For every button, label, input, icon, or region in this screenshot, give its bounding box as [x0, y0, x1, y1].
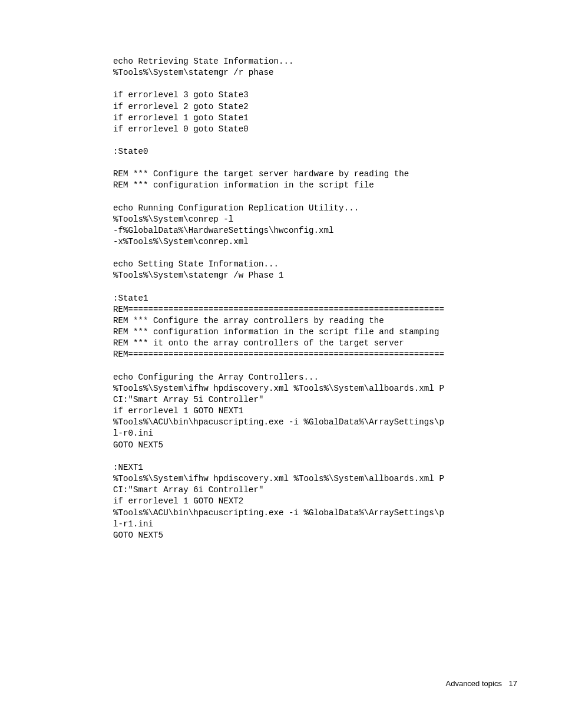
code-line: %Tools%\System\statemgr /r phase	[113, 67, 449, 78]
blank-line	[113, 451, 449, 462]
code-line: %Tools%\ACU\bin\hpacuscripting.exe -i %G…	[113, 508, 449, 530]
code-line: echo Setting State Information...	[113, 259, 449, 270]
code-line: %Tools%\ACU\bin\hpacuscripting.exe -i %G…	[113, 417, 449, 439]
footer-page-number: 17	[509, 679, 517, 688]
code-line: if errorlevel 1 GOTO NEXT2	[113, 496, 449, 507]
blank-line	[113, 361, 449, 372]
blank-line	[113, 192, 449, 203]
code-line: REM *** Configure the target server hard…	[113, 169, 449, 180]
code-line: REM *** Configure the array controllers …	[113, 315, 449, 327]
code-line: %Tools%\System\statemgr /w Phase 1	[113, 270, 449, 281]
code-line: if errorlevel 2 goto State2	[113, 101, 449, 113]
code-line: :State0	[113, 146, 449, 157]
code-line: REM *** configuration information in the…	[113, 327, 449, 338]
code-line: REM=====================================…	[113, 349, 449, 360]
blank-line	[113, 157, 449, 169]
page-footer: Advanced topics 17	[446, 679, 518, 688]
code-line: REM=====================================…	[113, 304, 449, 315]
code-line: :State1	[113, 293, 449, 304]
code-line: REM *** configuration information in the…	[113, 180, 449, 191]
code-line: if errorlevel 1 GOTO NEXT1	[113, 406, 449, 417]
code-line: echo Retrieving State Information...	[113, 56, 449, 67]
code-line: GOTO NEXT5	[113, 530, 449, 541]
code-content: echo Retrieving State Information...%Too…	[0, 0, 562, 541]
code-line: REM *** it onto the array controllers of…	[113, 338, 449, 349]
blank-line	[113, 282, 449, 293]
blank-line	[113, 135, 449, 146]
code-line: echo Configuring the Array Controllers..…	[113, 372, 449, 383]
code-line: %Tools%\System\ifhw hpdiscovery.xml %Too…	[113, 383, 449, 406]
code-line: if errorlevel 0 goto State0	[113, 124, 449, 135]
blank-line	[113, 78, 449, 90]
code-line: GOTO NEXT5	[113, 440, 449, 451]
blank-line	[113, 248, 449, 259]
code-line: if errorlevel 1 goto State1	[113, 113, 449, 124]
code-line: %Tools%\System\conrep -l -f%GlobalData%\…	[113, 214, 449, 248]
code-line: if errorlevel 3 goto State3	[113, 90, 449, 101]
code-line: :NEXT1	[113, 462, 449, 473]
code-line: %Tools%\System\ifhw hpdiscovery.xml %Too…	[113, 473, 449, 496]
footer-section-title: Advanced topics	[446, 679, 502, 688]
code-line: echo Running Configuration Replication U…	[113, 203, 449, 214]
